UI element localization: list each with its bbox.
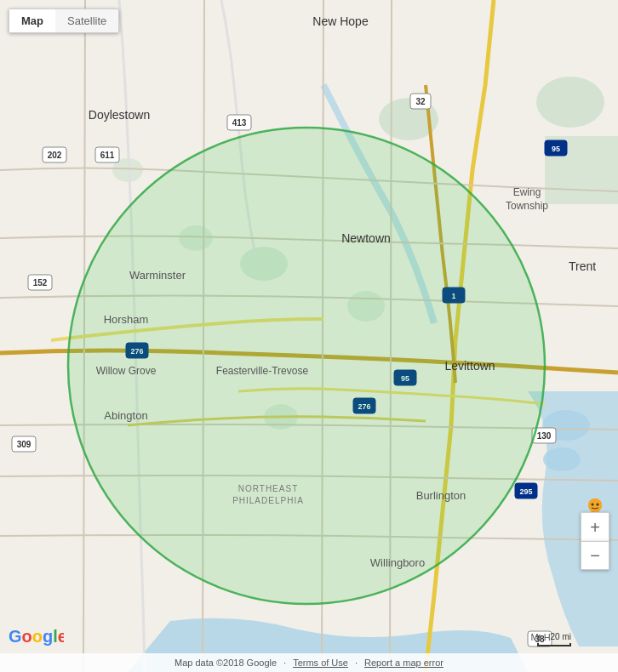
svg-text:Ewing: Ewing bbox=[513, 186, 541, 198]
svg-text:95: 95 bbox=[552, 145, 560, 153]
map-container[interactable]: 32 413 202 611 152 276 276 95 95 1 309 bbox=[0, 0, 618, 672]
svg-text:Doylestown: Doylestown bbox=[89, 108, 150, 122]
svg-text:PHILADELPHIA: PHILADELPHIA bbox=[232, 496, 304, 505]
svg-text:Feasterville-Trevose: Feasterville-Trevose bbox=[216, 365, 309, 377]
bottom-bar: Map data ©2018 Google · Terms of Use · R… bbox=[0, 653, 618, 672]
svg-text:295: 295 bbox=[519, 487, 532, 496]
zoom-controls[interactable]: + − bbox=[581, 512, 609, 570]
svg-text:Newtown: Newtown bbox=[341, 231, 391, 245]
svg-text:32: 32 bbox=[415, 97, 426, 106]
svg-point-64 bbox=[592, 504, 594, 506]
svg-text:Levittown: Levittown bbox=[444, 359, 495, 373]
svg-text:Township: Township bbox=[506, 200, 548, 212]
terms-link[interactable]: Terms of Use bbox=[293, 658, 348, 668]
map-data-text: Map data ©2018 Google bbox=[175, 658, 277, 668]
google-logo: Google bbox=[9, 625, 64, 651]
svg-text:611: 611 bbox=[100, 151, 115, 160]
separator1: · bbox=[283, 658, 286, 668]
zoom-in-button[interactable]: + bbox=[581, 512, 609, 541]
separator2: · bbox=[355, 658, 358, 668]
svg-text:NORTHEAST: NORTHEAST bbox=[238, 484, 299, 493]
svg-point-10 bbox=[543, 447, 581, 471]
satellite-button[interactable]: Satellite bbox=[55, 9, 118, 32]
svg-point-65 bbox=[597, 504, 599, 506]
map-button[interactable]: Map bbox=[9, 9, 55, 32]
svg-text:309: 309 bbox=[17, 440, 31, 449]
svg-text:Abington: Abington bbox=[104, 409, 147, 422]
zoom-out-button[interactable]: − bbox=[581, 541, 609, 570]
scale-bar bbox=[537, 643, 571, 646]
report-link[interactable]: Report a map error bbox=[364, 658, 443, 668]
svg-text:152: 152 bbox=[33, 278, 48, 288]
svg-text:New Hope: New Hope bbox=[312, 14, 369, 28]
svg-text:130: 130 bbox=[537, 431, 552, 441]
svg-text:Horsham: Horsham bbox=[104, 313, 149, 326]
map-svg: 32 413 202 611 152 276 276 95 95 1 309 bbox=[0, 0, 618, 672]
svg-text:Willingboro: Willingboro bbox=[370, 556, 425, 569]
svg-text:Trent: Trent bbox=[569, 259, 596, 273]
svg-point-2 bbox=[536, 77, 604, 128]
svg-text:Willow Grove: Willow Grove bbox=[96, 365, 157, 377]
svg-text:Google: Google bbox=[9, 627, 64, 646]
svg-text:Burlington: Burlington bbox=[416, 489, 466, 502]
svg-text:413: 413 bbox=[232, 118, 247, 128]
svg-text:Warminster: Warminster bbox=[129, 269, 186, 282]
map-type-toggle[interactable]: Map Satellite bbox=[9, 9, 119, 33]
map-scale: 20 mi bbox=[537, 632, 571, 646]
svg-text:202: 202 bbox=[48, 151, 62, 160]
svg-point-58 bbox=[588, 498, 602, 512]
